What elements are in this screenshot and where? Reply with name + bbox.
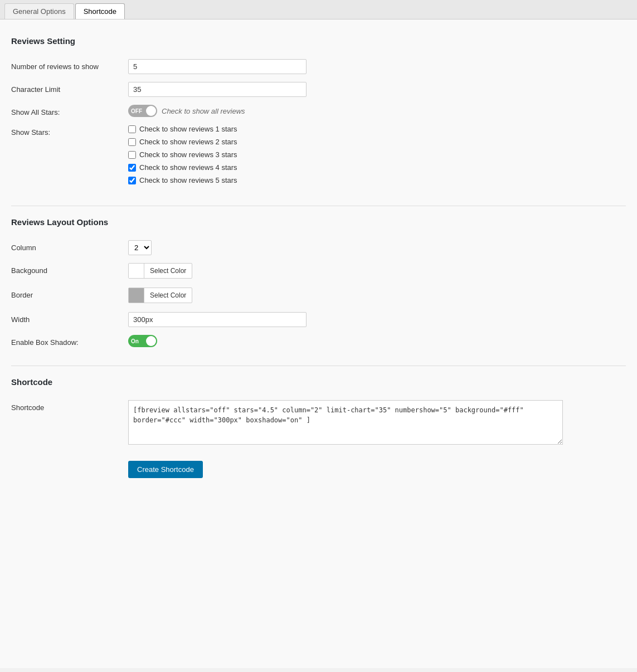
- character-limit-row: Character Limit: [11, 82, 626, 97]
- column-label: Column: [11, 240, 128, 252]
- width-input[interactable]: [128, 312, 307, 327]
- stars-4-row: Check to show reviews 4 stars: [128, 163, 626, 172]
- shortcode-label: Shortcode: [11, 400, 128, 412]
- show-stars-label: Show Stars:: [11, 125, 128, 137]
- show-all-stars-toggle-container: OFF Check to show all reviews: [128, 105, 626, 117]
- stars-1-row: Check to show reviews 1 stars: [128, 125, 626, 133]
- border-color-swatch: [129, 288, 144, 303]
- border-row: Border Select Color: [11, 288, 626, 304]
- stars-5-checkbox[interactable]: [128, 177, 136, 184]
- number-of-reviews-label: Number of reviews to show: [11, 59, 128, 71]
- show-all-stars-description: Check to show all reviews: [162, 107, 245, 115]
- stars-3-row: Check to show reviews 3 stars: [128, 150, 626, 159]
- character-limit-field: [128, 82, 626, 97]
- layout-options-section: Reviews Layout Options Column 1 2 3 4 Ba…: [11, 217, 626, 349]
- show-all-stars-label: Show All Stars:: [11, 105, 128, 116]
- show-stars-row: Show Stars: Check to show reviews 1 star…: [11, 125, 626, 189]
- stars-2-row: Check to show reviews 2 stars: [128, 138, 626, 146]
- border-color-button[interactable]: Select Color: [128, 288, 192, 303]
- show-stars-checkboxes: Check to show reviews 1 stars Check to s…: [128, 125, 626, 189]
- number-of-reviews-row: Number of reviews to show: [11, 59, 626, 74]
- divider-1: [11, 206, 626, 206]
- column-select[interactable]: 1 2 3 4: [128, 240, 152, 255]
- border-field: Select Color: [128, 288, 626, 304]
- show-all-stars-toggle[interactable]: OFF: [128, 105, 157, 117]
- show-all-stars-row: Show All Stars: OFF Check to show all re…: [11, 105, 626, 117]
- width-field: [128, 312, 626, 327]
- stars-3-label: Check to show reviews 3 stars: [139, 150, 237, 159]
- box-shadow-toggle-label: On: [131, 338, 139, 344]
- box-shadow-toggle[interactable]: On: [128, 335, 157, 347]
- stars-5-row: Check to show reviews 5 stars: [128, 176, 626, 184]
- shortcode-section-title: Shortcode: [11, 377, 626, 390]
- stars-1-checkbox[interactable]: [128, 125, 136, 133]
- number-of-reviews-field: [128, 59, 626, 74]
- column-field: 1 2 3 4: [128, 240, 626, 255]
- background-color-swatch: [129, 264, 144, 278]
- shortcode-row: Shortcode: [11, 400, 626, 446]
- main-content: Reviews Setting Number of reviews to sho…: [0, 20, 637, 668]
- column-row: Column 1 2 3 4: [11, 240, 626, 255]
- number-of-reviews-input[interactable]: [128, 59, 307, 74]
- stars-3-checkbox[interactable]: [128, 151, 136, 159]
- stars-4-label: Check to show reviews 4 stars: [139, 163, 237, 172]
- border-label: Border: [11, 288, 128, 299]
- background-color-label: Select Color: [144, 265, 192, 277]
- stars-4-checkbox[interactable]: [128, 164, 136, 172]
- character-limit-label: Character Limit: [11, 82, 128, 94]
- tab-general-options[interactable]: General Options: [4, 3, 74, 19]
- shortcode-field: [128, 400, 626, 446]
- stars-2-checkbox[interactable]: [128, 138, 136, 146]
- box-shadow-label: Enable Box Shadow:: [11, 335, 128, 347]
- shortcode-textarea[interactable]: [128, 400, 563, 445]
- box-shadow-row: Enable Box Shadow: On: [11, 335, 626, 349]
- width-row: Width: [11, 312, 626, 327]
- reviews-setting-section: Reviews Setting Number of reviews to sho…: [11, 36, 626, 189]
- background-label: Backgound: [11, 263, 128, 275]
- layout-options-title: Reviews Layout Options: [11, 217, 626, 230]
- shortcode-section: Shortcode Shortcode Create Shortcode: [11, 377, 626, 478]
- create-shortcode-button[interactable]: Create Shortcode: [128, 461, 203, 478]
- stars-1-label: Check to show reviews 1 stars: [139, 125, 237, 133]
- tab-shortcode[interactable]: Shortcode: [75, 3, 125, 19]
- box-shadow-toggle-knob: [146, 336, 156, 346]
- background-row: Backgound Select Color: [11, 263, 626, 280]
- character-limit-input[interactable]: [128, 82, 307, 97]
- show-all-stars-toggle-label: OFF: [131, 108, 142, 114]
- background-field: Select Color: [128, 263, 626, 280]
- stars-2-label: Check to show reviews 2 stars: [139, 138, 237, 146]
- width-label: Width: [11, 312, 128, 324]
- reviews-setting-title: Reviews Setting: [11, 36, 626, 49]
- stars-5-label: Check to show reviews 5 stars: [139, 176, 237, 184]
- create-btn-wrapper: Create Shortcode: [128, 454, 626, 478]
- box-shadow-field: On: [128, 335, 626, 349]
- tab-bar: General Options Shortcode: [0, 0, 637, 20]
- background-color-button[interactable]: Select Color: [128, 263, 192, 279]
- divider-2: [11, 366, 626, 366]
- show-all-stars-field: OFF Check to show all reviews: [128, 105, 626, 117]
- show-all-stars-toggle-knob: [146, 106, 156, 116]
- border-color-label: Select Color: [144, 289, 192, 301]
